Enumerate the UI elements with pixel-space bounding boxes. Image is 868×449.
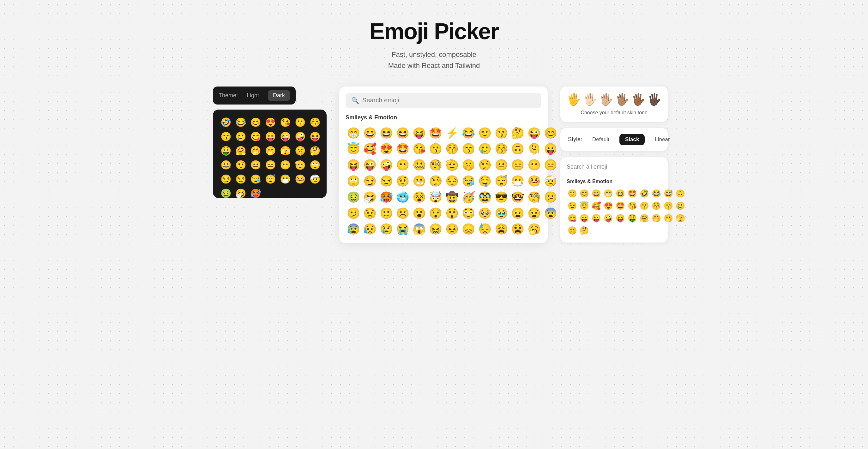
style-slack-button[interactable]: Slack xyxy=(619,134,645,145)
linear-emoji[interactable]: 😊 xyxy=(579,188,590,199)
dark-picker-emoji[interactable]: 😂 xyxy=(234,116,248,129)
dark-picker-emoji[interactable]: 😷 xyxy=(279,173,292,186)
center-emoji[interactable]: 🙃 xyxy=(510,141,526,157)
center-emoji[interactable]: 😂 xyxy=(461,125,476,141)
center-emoji[interactable]: 🥳 xyxy=(461,189,476,205)
center-emoji[interactable]: 😭 xyxy=(395,221,411,237)
dark-picker-emoji[interactable]: 🤣 xyxy=(219,116,233,129)
dark-picker-emoji[interactable]: 😐 xyxy=(249,159,262,171)
center-emoji[interactable]: 🤫 xyxy=(461,157,476,173)
center-emoji[interactable]: 😦 xyxy=(510,205,526,221)
linear-emoji[interactable]: 🤪 xyxy=(603,212,614,224)
center-emoji[interactable]: 🤥 xyxy=(477,157,493,173)
linear-emoji[interactable]: 🤩 xyxy=(627,188,638,199)
linear-emoji[interactable]: 😝 xyxy=(615,212,626,224)
center-emoji[interactable]: 😱 xyxy=(411,221,427,237)
theme-dark-button[interactable]: Dark xyxy=(268,90,290,101)
linear-emoji[interactable]: 🤑 xyxy=(627,212,638,224)
center-emoji[interactable]: 😝 xyxy=(411,125,427,141)
linear-emoji[interactable]: 😋 xyxy=(567,212,578,224)
center-emoji[interactable]: 😞 xyxy=(461,221,476,237)
dark-picker-emoji[interactable]: 😑 xyxy=(264,159,277,171)
linear-emoji[interactable]: 😜 xyxy=(591,212,602,224)
skin-tone-option[interactable]: 🖐🏻 xyxy=(583,93,597,106)
center-emoji[interactable]: 😰 xyxy=(346,221,361,237)
dark-picker-emoji[interactable]: 🤭 xyxy=(249,144,262,157)
skin-tone-option[interactable]: 🖐️ xyxy=(567,93,581,106)
dark-picker-emoji[interactable]: 🤕 xyxy=(308,173,322,186)
center-emoji[interactable]: 😐 xyxy=(493,157,509,173)
center-emoji[interactable]: 🙂 xyxy=(477,125,493,141)
linear-emoji[interactable]: 😗 xyxy=(639,200,650,212)
dark-picker-emoji[interactable]: 🤢 xyxy=(219,187,233,198)
center-emoji[interactable]: 😄 xyxy=(362,125,378,141)
center-emoji[interactable]: 🥸 xyxy=(477,189,493,205)
center-emoji[interactable]: 😑 xyxy=(542,157,558,173)
skin-tone-option[interactable]: 🖐🏿 xyxy=(647,93,661,106)
center-emoji[interactable]: 🤐 xyxy=(411,157,427,173)
dark-picker-emoji[interactable]: 🤐 xyxy=(219,159,233,171)
dark-picker-emoji[interactable]: 🤨 xyxy=(234,159,248,171)
center-emoji[interactable]: ☹️ xyxy=(395,205,411,221)
dark-picker-emoji[interactable]: 🥵 xyxy=(249,187,262,198)
dark-picker-emoji[interactable]: 😝 xyxy=(308,130,322,143)
center-emoji[interactable]: ⚡ xyxy=(444,125,460,141)
center-emoji[interactable]: 🥹 xyxy=(493,205,509,221)
linear-emoji[interactable]: 🥰 xyxy=(591,200,602,212)
dark-picker-emoji[interactable]: 😚 xyxy=(308,116,322,129)
center-emoji[interactable]: 🤪 xyxy=(378,157,394,173)
center-emoji[interactable]: 🙁 xyxy=(378,205,394,221)
style-default-button[interactable]: Default xyxy=(587,134,615,145)
dark-picker-emoji[interactable]: 🤑 xyxy=(219,144,233,157)
linear-emoji[interactable]: 😀 xyxy=(591,188,602,199)
linear-emoji[interactable]: 🙂 xyxy=(567,188,578,199)
center-emoji[interactable]: 😨 xyxy=(542,205,558,221)
center-emoji[interactable]: 😊 xyxy=(542,125,558,141)
center-emoji[interactable]: 😬 xyxy=(411,173,427,189)
center-emoji[interactable]: 🥲 xyxy=(477,141,493,157)
linear-emoji[interactable]: 🤣 xyxy=(639,188,650,199)
center-emoji[interactable]: 😆 xyxy=(395,125,411,141)
linear-emoji[interactable]: 😅 xyxy=(663,188,674,199)
linear-emoji[interactable]: 🤔 xyxy=(579,224,590,236)
center-emoji[interactable]: 😧 xyxy=(526,205,542,221)
center-emoji[interactable]: 🥰 xyxy=(362,141,378,157)
center-emoji[interactable]: 🥺 xyxy=(477,205,493,221)
dark-picker-emoji[interactable]: 😘 xyxy=(279,116,292,129)
center-emoji[interactable]: 😒 xyxy=(378,173,394,189)
center-emoji[interactable]: 😴 xyxy=(493,173,509,189)
center-emoji[interactable]: 🤯 xyxy=(428,189,443,205)
center-emoji[interactable]: 😗 xyxy=(428,141,443,157)
center-emoji[interactable]: 🤠 xyxy=(444,189,460,205)
center-emoji[interactable]: 😪 xyxy=(461,173,476,189)
linear-emoji[interactable]: 😂 xyxy=(651,188,662,199)
center-emoji[interactable]: 😶 xyxy=(395,157,411,173)
linear-emoji[interactable]: 🫣 xyxy=(675,212,686,224)
center-emoji[interactable]: 🤨 xyxy=(395,173,411,189)
center-emoji[interactable]: 🤔 xyxy=(510,125,526,141)
center-emoji[interactable]: 😔 xyxy=(444,173,460,189)
center-emoji[interactable]: 😜 xyxy=(362,157,378,173)
center-search-input[interactable] xyxy=(362,97,536,104)
linear-emoji[interactable]: 🙃 xyxy=(675,188,686,199)
center-emoji[interactable]: 😎 xyxy=(493,189,509,205)
linear-emoji[interactable]: 🤩 xyxy=(615,200,626,212)
center-emoji[interactable]: 😯 xyxy=(428,205,443,221)
center-emoji[interactable]: 😁 xyxy=(346,125,361,141)
center-emoji[interactable]: 😑 xyxy=(510,157,526,173)
center-emoji[interactable]: 😣 xyxy=(444,221,460,237)
center-emoji[interactable]: 😩 xyxy=(493,221,509,237)
center-emoji[interactable]: 😟 xyxy=(362,205,378,221)
center-emoji[interactable]: 😇 xyxy=(346,141,361,157)
center-emoji[interactable]: 😚 xyxy=(493,141,509,157)
linear-emoji[interactable]: 😙 xyxy=(663,200,674,212)
center-emoji[interactable]: 😘 xyxy=(411,141,427,157)
linear-emoji[interactable]: 😛 xyxy=(579,212,590,224)
dark-picker-emoji[interactable]: 😏 xyxy=(219,173,233,186)
center-emoji[interactable]: 😛 xyxy=(542,141,558,157)
dark-picker-emoji[interactable]: 🤫 xyxy=(293,144,307,157)
center-emoji[interactable]: 🧐 xyxy=(428,157,443,173)
dark-picker-emoji[interactable]: 😜 xyxy=(279,130,292,143)
center-emoji[interactable]: 🙄 xyxy=(346,173,361,189)
center-emoji[interactable]: 😵 xyxy=(411,189,427,205)
